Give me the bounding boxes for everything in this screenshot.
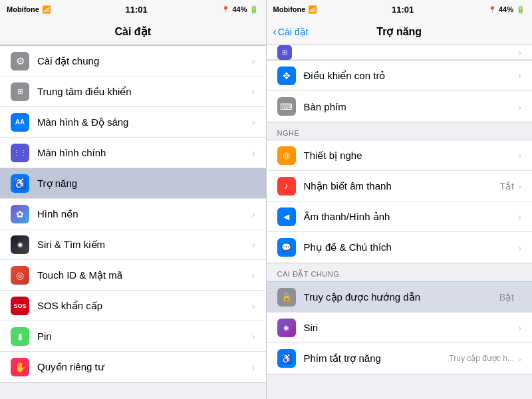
right-settings-list[interactable]: ⊞ › ✥ Điều khiển con trỏ › ⌨ Bàn phím › — [267, 45, 533, 399]
sos-icon: SOS — [11, 297, 29, 315]
nhan-biet-am-thanh-icon: ♪ — [277, 177, 296, 196]
thiet-bi-nghe-chevron: › — [518, 150, 521, 161]
touch-id-label: Touch ID & Mật mã — [37, 269, 252, 281]
nhan-biet-am-thanh-label: Nhận biết âm thanh — [304, 180, 500, 192]
left-battery-icon: 🔋 — [249, 5, 259, 14]
left-wifi-icon: 📶 — [42, 5, 51, 14]
right-item-thiet-bi-nghe[interactable]: ◎ Thiết bị nghe › — [267, 140, 533, 171]
right-siri-label: Siri — [304, 322, 519, 333]
right-item-truy-cap-duoc-huong-dan[interactable]: 🔒 Truy cập được hướng dẫn Bật › — [267, 282, 533, 313]
siri-label: Siri & Tìm kiếm — [37, 239, 252, 251]
thiet-bi-nghe-label: Thiết bị nghe — [304, 150, 519, 162]
partial-icon: ⊞ — [277, 45, 292, 60]
right-item-siri[interactable]: ◉ Siri › — [267, 313, 533, 343]
sidebar-item-hinh-nen[interactable]: ✿ Hình nền › — [0, 199, 266, 229]
sidebar-item-man-hinh-chinh[interactable]: ⋮⋮ Màn hình chính › — [0, 138, 266, 168]
dieu-khien-con-tro-icon: ✥ — [277, 66, 296, 85]
sidebar-item-tro-nang[interactable]: ♿ Trợ năng › — [0, 168, 266, 199]
right-item-dieu-khien-con-tro[interactable]: ✥ Điều khiển con trỏ › — [267, 61, 533, 91]
right-panel: Mobifone 📶 11:01 📍 44% 🔋 ‹ Cài đặt Trợ n… — [267, 0, 533, 399]
right-item-phim-tat-tro-nang[interactable]: ♿ Phím tắt trợ năng Truy cập được h... › — [267, 343, 533, 374]
nhan-biet-am-thanh-value: Tắt — [500, 181, 514, 192]
phu-de-chu-thich-chevron: › — [518, 242, 521, 253]
cai-dat-chung-label: Cài đặt chung — [37, 55, 252, 67]
right-wifi-icon: 📶 — [308, 5, 317, 14]
quyen-rieng-tu-chevron: › — [252, 362, 255, 373]
right-section-cai-dat-chung: CÀI ĐẶT CHUNG 🔒 Truy cập được hướng dẫn … — [267, 263, 533, 374]
pin-label: Pin — [37, 331, 252, 342]
right-time: 11:01 — [392, 5, 414, 15]
am-thanh-hinh-anh-label: Âm thanh/Hình ảnh — [304, 211, 519, 223]
man-hinh-chinh-chevron: › — [252, 147, 255, 158]
touch-id-icon: ◎ — [11, 266, 29, 285]
sidebar-item-man-hinh-do-sang[interactable]: AA Màn hình & Độ sáng › — [0, 107, 266, 138]
sos-label: SOS khẩn cấp — [37, 300, 252, 312]
nghe-header: NGHE — [267, 122, 533, 140]
touch-id-chevron: › — [252, 269, 255, 281]
sos-chevron: › — [252, 300, 255, 311]
left-status-left: Mobifone 📶 — [7, 5, 51, 14]
right-item-am-thanh-hinh-anh[interactable]: ◀ Âm thanh/Hình ảnh › — [267, 201, 533, 232]
man-hinh-do-sang-icon: AA — [11, 113, 29, 132]
cai-dat-chung-header: CÀI ĐẶT CHUNG — [267, 263, 533, 281]
siri-chevron: › — [252, 239, 255, 250]
quyen-rieng-tu-icon: ✋ — [11, 358, 29, 376]
right-group-1: ✥ Điều khiển con trỏ › ⌨ Bàn phím › — [267, 60, 533, 122]
right-item-ban-phim[interactable]: ⌨ Bàn phím › — [267, 91, 533, 122]
left-location-icon: 📍 — [221, 6, 229, 13]
truy-cap-label: Truy cập được hướng dẫn — [304, 291, 499, 303]
hinh-nen-chevron: › — [252, 208, 255, 219]
partial-top-item: ⊞ › — [267, 45, 533, 60]
am-thanh-hinh-anh-chevron: › — [518, 211, 521, 222]
cai-dat-chung-list-group: 🔒 Truy cập được hướng dẫn Bật › ◉ Siri ›… — [267, 281, 533, 374]
man-hinh-chinh-icon: ⋮⋮ — [11, 144, 29, 162]
ban-phim-label: Bàn phím — [304, 101, 519, 112]
sidebar-item-pin[interactable]: ▮ Pin › — [0, 321, 266, 352]
right-battery: 44% — [499, 5, 513, 13]
quyen-rieng-tu-label: Quyền riêng tư — [37, 361, 252, 373]
screen-container: Mobifone 📶 11:01 📍 44% 🔋 Cài đặt ⚙ Cài đ… — [0, 0, 532, 399]
truy-cap-value: Bật — [499, 292, 514, 303]
trung-tam-label: Trung tâm điều khiển — [37, 86, 252, 98]
phu-de-chu-thich-icon: 💬 — [277, 238, 296, 257]
left-status-bar: Mobifone 📶 11:01 📍 44% 🔋 — [0, 0, 266, 19]
tro-nang-icon: ♿ — [11, 174, 29, 193]
right-status-bar: Mobifone 📶 11:01 📍 44% 🔋 — [267, 0, 533, 19]
sidebar-item-quyen-rieng-tu[interactable]: ✋ Quyền riêng tư › — [0, 352, 266, 382]
phim-tat-label: Phím tắt trợ năng — [304, 352, 450, 364]
tro-nang-label: Trợ năng — [37, 178, 252, 190]
left-list-group: ⚙ Cài đặt chung › ⊞ Trung tâm điều khiển… — [0, 45, 266, 383]
sidebar-item-trung-tam[interactable]: ⊞ Trung tâm điều khiển › — [0, 76, 266, 107]
ban-phim-chevron: › — [518, 101, 521, 112]
truy-cap-chevron: › — [518, 291, 521, 303]
back-chevron-icon: ‹ — [273, 26, 277, 38]
partial-chevron: › — [518, 47, 521, 58]
sidebar-item-siri[interactable]: ◉ Siri & Tìm kiếm › — [0, 229, 266, 260]
back-label: Cài đặt — [278, 27, 309, 37]
phim-tat-value: Truy cập được h... — [449, 354, 514, 363]
dieu-khien-con-tro-chevron: › — [518, 70, 521, 81]
hinh-nen-label: Hình nền — [37, 208, 252, 220]
left-settings-list[interactable]: ⚙ Cài đặt chung › ⊞ Trung tâm điều khiển… — [0, 45, 266, 399]
right-section-nghe: NGHE ◎ Thiết bị nghe › ♪ Nhận biết âm th… — [267, 122, 533, 263]
right-status-left: Mobifone 📶 — [273, 5, 318, 14]
sidebar-item-touch-id[interactable]: ◎ Touch ID & Mật mã › — [0, 260, 266, 291]
back-button[interactable]: ‹ Cài đặt — [273, 26, 309, 38]
trung-tam-chevron: › — [252, 86, 255, 97]
right-status-right: 📍 44% 🔋 — [488, 5, 525, 14]
ban-phim-icon: ⌨ — [277, 97, 296, 116]
hinh-nen-icon: ✿ — [11, 205, 29, 223]
right-item-phu-de-chu-thich[interactable]: 💬 Phụ đề & Chú thích › — [267, 232, 533, 263]
phim-tat-chevron: › — [518, 353, 521, 364]
cai-dat-chung-icon: ⚙ — [11, 52, 29, 70]
sidebar-item-cai-dat-chung[interactable]: ⚙ Cài đặt chung › — [0, 46, 266, 76]
left-nav-bar: Cài đặt — [0, 19, 266, 45]
right-item-nhan-biet-am-thanh[interactable]: ♪ Nhận biết âm thanh Tắt › — [267, 171, 533, 201]
thiet-bi-nghe-icon: ◎ — [277, 146, 296, 165]
sidebar-item-sos[interactable]: SOS SOS khẩn cấp › — [0, 291, 266, 321]
right-siri-chevron: › — [518, 322, 521, 333]
right-nav-bar: ‹ Cài đặt Trợ năng — [267, 19, 533, 45]
man-hinh-chinh-label: Màn hình chính — [37, 147, 252, 158]
pin-icon: ▮ — [11, 327, 29, 346]
tro-nang-chevron: › — [252, 178, 255, 189]
